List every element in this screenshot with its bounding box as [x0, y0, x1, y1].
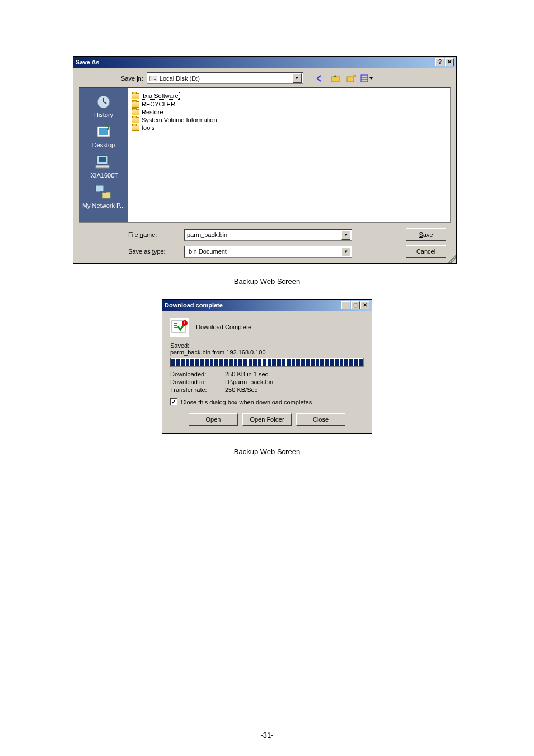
chevron-down-icon[interactable]: ▾: [341, 247, 350, 256]
place-history[interactable]: History: [81, 92, 126, 119]
folder-item[interactable]: System Volume Information: [132, 116, 447, 124]
save-in-label: Save in:: [121, 75, 143, 82]
resize-grip[interactable]: [448, 255, 456, 263]
folder-icon: [132, 101, 139, 108]
save-in-value: Local Disk (D:): [160, 75, 200, 82]
file-list[interactable]: Ixia Software RECYCLER Restore System Vo…: [128, 87, 451, 223]
chevron-down-icon[interactable]: ▾: [293, 73, 302, 83]
dialog-title: Download complete: [165, 302, 341, 309]
svg-rect-3: [361, 75, 368, 82]
folder-item[interactable]: RECYCLER: [132, 100, 447, 108]
svg-rect-10: [99, 157, 106, 162]
svg-text:✶: ✶: [353, 74, 356, 79]
titlebar: Download complete _ ▢ ✕: [162, 300, 372, 311]
folder-icon: [132, 125, 139, 131]
save-button[interactable]: Save: [406, 228, 446, 241]
dialog-title: Save As: [76, 59, 435, 66]
views-icon[interactable]: [360, 73, 373, 84]
svg-rect-8: [99, 128, 108, 135]
download-heading: Download Complete: [196, 324, 251, 330]
place-network[interactable]: My Network P...: [81, 183, 126, 210]
file-name-input[interactable]: parm_back.bin ▾: [184, 229, 352, 241]
folder-item[interactable]: tools: [132, 124, 447, 132]
open-button[interactable]: Open: [189, 413, 238, 426]
close-dialog-button[interactable]: Close: [296, 413, 345, 426]
svg-line-14: [100, 192, 106, 192]
folder-icon: [132, 93, 139, 99]
close-button[interactable]: ✕: [445, 58, 454, 66]
open-folder-button[interactable]: Open Folder: [242, 413, 292, 426]
help-button[interactable]: ?: [435, 58, 444, 66]
chevron-down-icon[interactable]: ▾: [341, 230, 350, 240]
transfer-rate-row: Transfer rate: 250 KB/Sec: [170, 386, 364, 394]
caption-1: Backup Web Screen: [73, 277, 461, 286]
place-desktop[interactable]: Desktop: [81, 123, 126, 150]
saved-value: parm_back.bin from 192.168.0.100: [170, 349, 364, 356]
maximize-button: ▢: [351, 301, 360, 309]
close-checkbox[interactable]: ✓: [170, 398, 177, 405]
saved-label: Saved:: [170, 342, 364, 349]
places-bar: History Desktop IXIA1600T My Network P..…: [79, 87, 128, 223]
download-complete-dialog: Download complete _ ▢ ✕ Download: [162, 299, 372, 434]
progress-bar: [170, 358, 364, 367]
cancel-button[interactable]: Cancel: [406, 245, 446, 258]
save-as-type-combo[interactable]: .bin Document ▾: [184, 246, 352, 258]
minimize-button[interactable]: _: [341, 301, 350, 309]
folder-icon: [132, 109, 139, 115]
page-number: -31-: [0, 731, 534, 739]
save-in-combo[interactable]: Local Disk (D:) ▾: [147, 72, 303, 84]
download-complete-icon: [170, 318, 189, 337]
folder-icon: [132, 117, 139, 123]
close-checkbox-label: Close this dialog box when download comp…: [181, 399, 312, 405]
close-button[interactable]: ✕: [360, 301, 369, 309]
svg-rect-11: [96, 165, 109, 168]
folder-item[interactable]: Ixia Software: [132, 91, 447, 100]
back-icon[interactable]: [313, 73, 326, 84]
up-one-level-icon[interactable]: [329, 73, 341, 84]
titlebar: Save As ? ✕: [73, 57, 456, 68]
file-name-label: File name:: [128, 231, 184, 238]
caption-2: Backup Web Screen: [73, 447, 461, 456]
download-to-row: Download to: D:\parm_back.bin: [170, 378, 364, 386]
place-computer[interactable]: IXIA1600T: [81, 153, 126, 180]
save-as-dialog: Save As ? ✕ Save in: Local Disk (D:) ▾ ✶: [73, 56, 457, 264]
svg-rect-12: [96, 185, 104, 192]
save-as-type-label: Save as type:: [128, 248, 184, 255]
svg-rect-13: [102, 192, 110, 198]
disk-icon: [149, 76, 157, 81]
new-folder-icon[interactable]: ✶: [345, 73, 357, 84]
svg-rect-0: [331, 77, 339, 82]
downloaded-row: Downloaded: 250 KB in 1 sec: [170, 370, 364, 378]
folder-item[interactable]: Restore: [132, 108, 447, 116]
